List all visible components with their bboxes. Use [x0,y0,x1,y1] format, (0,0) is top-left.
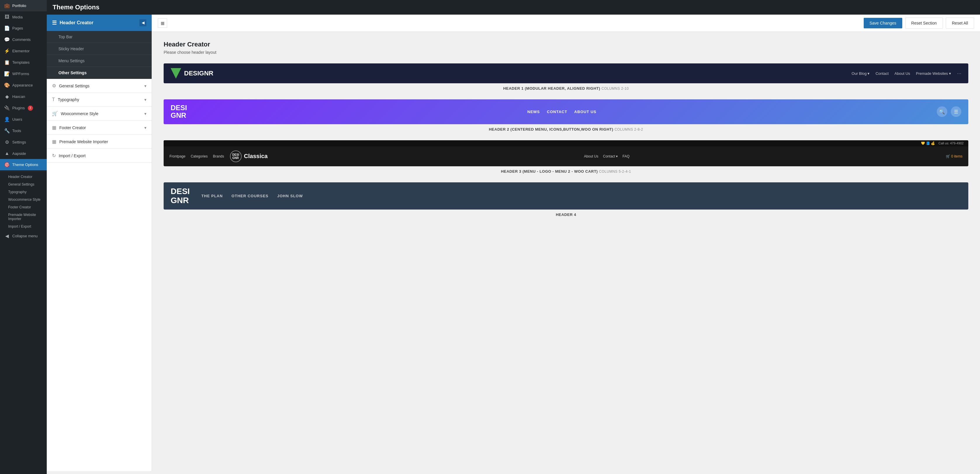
sidebar-item-plugins[interactable]: 🔌 Plugins 3 [0,102,47,114]
h2-nav-news: NEWS [527,110,540,114]
h3-brands: Brands [213,154,224,158]
theme-options-icon: 🎯 [4,162,10,167]
sidebar-item-users[interactable]: 👤 Users [0,114,47,125]
h1-nav-contact: Contact [875,71,889,76]
plugins-label: Plugins [12,106,25,110]
h3-categories: Categories [191,154,208,158]
section-general-settings[interactable]: ⚙ General Settings ▾ [47,79,152,93]
templates-icon: 📋 [4,60,10,65]
header-2-card[interactable]: DESIGNR NEWS CONTACT ABOUT US 🔍 ☰ [164,99,968,132]
h3-contact: Contact ▾ [603,154,618,158]
appearance-icon: 🎨 [4,83,10,88]
section-import-export[interactable]: ↻ Import / Export [47,149,152,163]
h1-label: HEADER 1 (MODULAR HEADER, ALIGNED RIGHT)… [164,86,968,91]
sidebar-item-pages[interactable]: 📄 Pages [0,22,47,34]
header-creator-icon: ☰ [52,19,57,26]
header-3-card[interactable]: 💛 📘 💰 Call us: 479-4902 Frontpage Catego… [164,140,968,173]
sidebar-item-tools[interactable]: 🔧 Tools [0,125,47,137]
h4-navigation: THE PLAN OTHER COURSES JOHN SLOW [201,194,303,198]
media-icon: 🖼 [4,14,10,19]
collapse-icon: ◀ [4,233,10,239]
sidebar-item-elementor[interactable]: ⚡ Elementor [0,45,47,57]
sidebar-item-media[interactable]: 🖼 Media [0,11,47,22]
h1-nav-about: About Us [894,71,910,76]
sidebar-item-templates[interactable]: 📋 Templates [0,57,47,68]
h3-topbar-icons: 💛 📘 💰 [921,142,935,145]
h4-logo: DESIGNR [171,187,189,205]
reset-all-button[interactable]: Reset All [946,17,974,29]
admin-header: Theme Options [47,0,980,14]
section-footer-creator[interactable]: ▦ Footer Creator ▾ [47,121,152,135]
menu-settings-item[interactable]: Menu Settings [47,55,152,67]
sub-item-footer-creator[interactable]: Footer Creator [0,204,47,211]
aapside-label: Aapside [12,151,26,156]
sidebar-item-settings[interactable]: ⚙ Settings [0,137,47,148]
typography-arrow: ▾ [144,97,146,102]
section-woocommerce-style[interactable]: 🛒 Woocommerce Style ▾ [47,107,152,121]
sidebar-item-comments[interactable]: 💬 Comments [0,34,47,45]
users-label: Users [12,117,22,122]
sub-item-woocommerce-style[interactable]: Woocommerce Style [0,196,47,204]
section-premade-website-importer[interactable]: ▦ Premade Website Importer [47,135,152,149]
footer-creator-icon: ▦ [52,125,56,130]
header-cards-container: DESIGNR Our Blog ▾ Contact About Us Prem… [164,64,968,217]
collapse-nav-arrow[interactable]: ◀ [139,19,146,26]
plugins-badge: 3 [28,105,33,111]
save-changes-button[interactable]: Save Changes [864,18,902,29]
h1-navigation: Our Blog ▾ Contact About Us Premade Webs… [852,70,961,76]
tools-icon: 🔧 [4,128,10,134]
haxcan-label: Haxcan [12,94,25,99]
woocommerce-style-arrow: ▾ [144,111,146,116]
other-settings-item[interactable]: Other Settings [47,67,152,79]
appearance-label: Appearance [12,83,33,87]
sub-item-typography[interactable]: Typography [0,188,47,196]
import-export-label: Import / Export [59,153,86,158]
sidebar-item-haxcan[interactable]: ◆ Haxcan [0,91,47,102]
header-creator-sub-menu: Top Bar Sticky Header Menu Settings Othe… [47,31,152,79]
h1-logo-text: DESIGNR [184,70,213,77]
sub-item-premade-website-importer[interactable]: Premade Website Importer [0,211,47,223]
wpforms-label: WPForms [12,72,29,76]
h2-label: HEADER 2 (CENTERED MENU, ICONS,BUTTON,WO… [164,127,968,132]
h2-menu-icon[interactable]: ☰ [951,107,961,117]
content-area: Header Creator Please choose header layo… [152,32,980,226]
wp-admin-sidebar: 💼 Portfolio 🖼 Media 📄 Pages 💬 Comments ⚡… [0,0,47,474]
aapside-icon: ▲ [4,151,10,156]
h1-logo: DESIGNR [171,68,213,79]
h4-nav-john: JOHN SLOW [277,194,303,198]
header-1-card[interactable]: DESIGNR Our Blog ▾ Contact About Us Prem… [164,64,968,91]
elementor-label: Elementor [12,49,30,53]
right-content: ▦ Save Changes Reset Section Reset All H… [152,14,980,471]
header-4-card[interactable]: DESIGNR THE PLAN OTHER COURSES JOHN SLOW… [164,182,968,217]
h1-columns: COLUMNS 2-10 [601,86,629,91]
section-typography[interactable]: T Typography ▾ [47,93,152,107]
sub-item-general-settings[interactable]: General Settings [0,181,47,188]
comments-icon: 💬 [4,37,10,42]
sub-item-header-creator[interactable]: Header Creator [0,173,47,181]
grid-icon[interactable]: ▦ [158,18,167,28]
sidebar-item-wpforms[interactable]: 📝 WPForms [0,68,47,80]
h2-search-icon[interactable]: 🔍 [937,107,947,117]
h4-nav-courses: OTHER COURSES [231,194,268,198]
sidebar-item-portfolio[interactable]: 💼 Portfolio [0,0,47,11]
header-creator-nav-item[interactable]: ☰ Header Creator ◀ [47,14,152,31]
elementor-icon: ⚡ [4,48,10,54]
sub-item-import-/-export[interactable]: Import / Export [0,223,47,230]
header-4-preview: DESIGNR THE PLAN OTHER COURSES JOHN SLOW [164,182,968,210]
sidebar-item-appearance[interactable]: 🎨 Appearance [0,80,47,91]
h3-logo-area: DESIGNR Classica [230,151,268,162]
reset-section-button[interactable]: Reset Section [905,17,943,29]
sticky-header-item[interactable]: Sticky Header [47,43,152,55]
portfolio-label: Portfolio [12,3,26,8]
top-bar-item[interactable]: Top Bar [47,31,152,43]
h3-logo-circle: DESIGNR [230,151,242,162]
h3-main: Frontpage Categories Brands DESIGNR Clas… [164,146,968,166]
h3-brand-name: Classica [244,153,268,159]
sidebar-item-theme-options[interactable]: 🎯 Theme Options [0,159,47,170]
h3-faq: FAQ [622,154,629,158]
collapse-menu[interactable]: ◀ Collapse menu [0,230,47,242]
collapse-label: Collapse menu [12,234,38,238]
portfolio-icon: 💼 [4,3,10,8]
sidebar-item-aapside[interactable]: ▲ Aapside [0,148,47,159]
header-3-preview: 💛 📘 💰 Call us: 479-4902 Frontpage Catego… [164,140,968,166]
